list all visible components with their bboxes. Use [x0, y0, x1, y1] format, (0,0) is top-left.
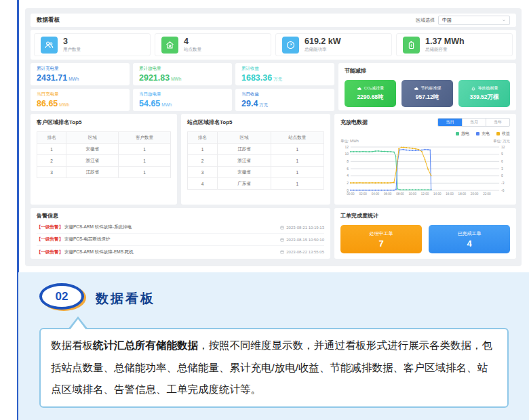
svg-text:22:00: 22:00 [483, 192, 491, 196]
battery-icon [403, 37, 420, 54]
stat-value: 619.2 kW [305, 37, 341, 47]
table-header-row: 排名 区域 站点数量 [188, 132, 324, 144]
chart-legend: 放电 充电 收益 [340, 131, 510, 137]
chart-period-tabs: 当日 当月 当年 [437, 118, 510, 127]
region-select[interactable]: 中国 [438, 16, 510, 25]
svg-text:-3: -3 [501, 181, 505, 185]
legend-swatch-discharge [456, 132, 459, 135]
workorder-title: 工单完成度统计 [340, 212, 510, 219]
chevron-down-icon [502, 18, 506, 22]
svg-text:0: 0 [347, 188, 349, 192]
svg-text:18:00: 18:00 [458, 192, 467, 196]
right-axis-unit: 单位: 万元 [493, 139, 510, 144]
table-row: 1安徽省1 [37, 144, 171, 155]
svg-text:20:00: 20:00 [471, 192, 479, 196]
alarm-item[interactable]: 【一级告警】安徽PCS-电芯断线保护 2023-08-15 10:50:10 [37, 234, 324, 246]
tab-year[interactable]: 当年 [486, 119, 509, 126]
svg-text:10:00: 10:00 [409, 192, 417, 196]
alarm-time: 2023-08-22 13:55:05 [286, 250, 324, 254]
alarm-text: 安徽PCS-电芯断线保护 [64, 236, 111, 243]
region-label: 区域选择 [416, 17, 435, 24]
customer-ranking-card: 客户区域排名Top5 排名 区域 客户数量 1安徽省1 2浙江省1 3江苏省1 [31, 114, 177, 205]
table-row: 1江苏省1 [188, 144, 324, 155]
site-ranking-table: 排名 区域 站点数量 1江苏省1 2浙江省1 3安徽省1 4广东省1 [187, 131, 324, 190]
metric-grid: 累计充电量 2431.71MWh 累计放电量 2921.83MWh 累计收益 1… [31, 63, 334, 110]
svg-text:3: 3 [501, 167, 503, 171]
users-icon [41, 37, 58, 54]
alarm-time: 2023-08-15 10:50:10 [286, 238, 324, 242]
alarm-text: 安徽PCS-ARM 软件故障-系统掉电 [64, 224, 132, 230]
stat-value: 1.37 MWh [425, 37, 465, 47]
customer-ranking-table: 排名 区域 客户数量 1安徽省1 2浙江省1 3江苏省1 [37, 131, 171, 178]
alarm-time: 2023-08-21 10:19:13 [286, 226, 324, 230]
site-ranking-card: 站点区域排名Top5 排名 区域 站点数量 1江苏省1 2浙江省1 3安徽省1 … [181, 114, 330, 205]
calendar-icon [280, 250, 284, 254]
emission-title: 节能减排 [345, 67, 510, 75]
dashboard-panel: 数据看板 区域选择 中国 3 用户数量 4 站点数量 [25, 8, 522, 266]
alarm-level-tag: 【一级告警】 [37, 224, 63, 230]
tab-day[interactable]: 当日 [438, 119, 462, 126]
svg-text:12:00: 12:00 [421, 192, 429, 196]
stat-card-capacity: 1.37 MWh 总储能容量 [396, 33, 513, 56]
stat-value: 3 [63, 37, 81, 47]
svg-text:2: 2 [347, 181, 349, 185]
legend-swatch-charge [476, 132, 479, 135]
tree-icon [471, 86, 476, 91]
alarm-level-tag: 【一级告警】 [37, 249, 63, 255]
stat-label: 站点数量 [184, 47, 201, 53]
svg-text:8: 8 [347, 159, 349, 163]
stat-label: 用户数量 [63, 47, 81, 53]
charge-discharge-chart: 0-62-3406386109121200:0002:0004:0006:000… [340, 144, 510, 200]
workorder-processing-chip: 处理中工单 7 [340, 225, 422, 253]
svg-text:14:00: 14:00 [433, 192, 442, 196]
tab-month[interactable]: 当月 [462, 119, 486, 126]
svg-text:12: 12 [501, 145, 505, 149]
site-ranking-title: 站点区域排名Top5 [187, 119, 324, 126]
section-title: 数据看板 [96, 290, 155, 308]
workorder-card: 工单完成度统计 处理中工单 7 已完成工单 4 [334, 208, 516, 259]
alarm-item[interactable]: 【一级告警】安徽PCS-ARM 软件故障-系统掉电 2023-08-21 10:… [37, 222, 324, 234]
description-section: 02 数据看板 数据看板统计汇总所有储能数据，按照不同维度显示数，并通过看板形式… [18, 272, 529, 420]
metric-day-charge: 当日充电量 86.65MWh [31, 89, 130, 111]
svg-text:9: 9 [501, 152, 503, 156]
emission-chip-coal: 节约标准煤 957.12吨 [401, 80, 453, 107]
metric-day-revenue: 当日收益 29.4万元 [235, 89, 334, 111]
workorder-completed-chip: 已完成工单 4 [429, 225, 510, 253]
dashboard-title: 数据看板 [37, 16, 60, 24]
table-row: 3江苏省1 [37, 167, 171, 178]
metric-day-discharge: 当日放电量 54.65MWh [133, 89, 232, 111]
table-row: 2浙江省1 [188, 155, 324, 167]
customer-ranking-title: 客户区域排名Top5 [37, 119, 171, 126]
metrics-row: 累计充电量 2431.71MWh 累计放电量 2921.83MWh 累计收益 1… [31, 63, 516, 110]
region-value: 中国 [442, 17, 452, 24]
table-header-row: 排名 区域 客户数量 [37, 132, 171, 144]
section-number-badge: 02 [39, 283, 84, 310]
coal-cloud-icon [414, 86, 419, 91]
alarm-item[interactable]: 【一级告警】安徽PCS-ARM 软件故障-EMS 死机 2023-08-22 1… [37, 246, 324, 258]
stat-card-users: 3 用户数量 [34, 33, 151, 56]
dashboard-header: 数据看板 区域选择 中国 [31, 14, 516, 27]
svg-text:06:00: 06:00 [384, 192, 392, 196]
table-row: 2浙江省1 [37, 155, 171, 167]
alarm-title: 告警信息 [37, 212, 324, 219]
gauge-icon [282, 37, 299, 54]
description-bubble: 数据看板统计汇总所有储能数据，按照不同维度显示数，并通过看板形式进行展示各类数据… [39, 328, 509, 408]
svg-text:4: 4 [347, 173, 349, 177]
emission-chip-co2: CO₂减排量 2290.68吨 [345, 80, 396, 107]
emission-card: 节能减排 CO₂减排量 2290.68吨 节约标准煤 957.12吨 [338, 63, 516, 110]
svg-text:0: 0 [501, 173, 503, 177]
chart-title: 充放电数据 [340, 119, 368, 126]
stat-card-row: 3 用户数量 4 站点数量 619.2 kW 总储能功率 [31, 30, 516, 60]
region-selector: 区域选择 中国 [416, 16, 510, 25]
stat-card-power: 619.2 kW 总储能功率 [275, 33, 392, 56]
svg-text:00:00: 00:00 [347, 192, 355, 196]
calendar-icon [280, 238, 284, 242]
svg-text:02:00: 02:00 [359, 192, 367, 196]
home-icon [161, 37, 178, 54]
metric-total-charge: 累计充电量 2431.71MWh [31, 63, 130, 85]
charge-discharge-card: 充放电数据 当日 当月 当年 放电 充电 收益 单位: MWh 单位: 万元 0… [334, 114, 516, 205]
co2-cloud-icon [357, 86, 362, 91]
table-row: 3安徽省1 [188, 167, 324, 178]
svg-text:-6: -6 [501, 188, 505, 192]
svg-text:12: 12 [345, 145, 349, 149]
